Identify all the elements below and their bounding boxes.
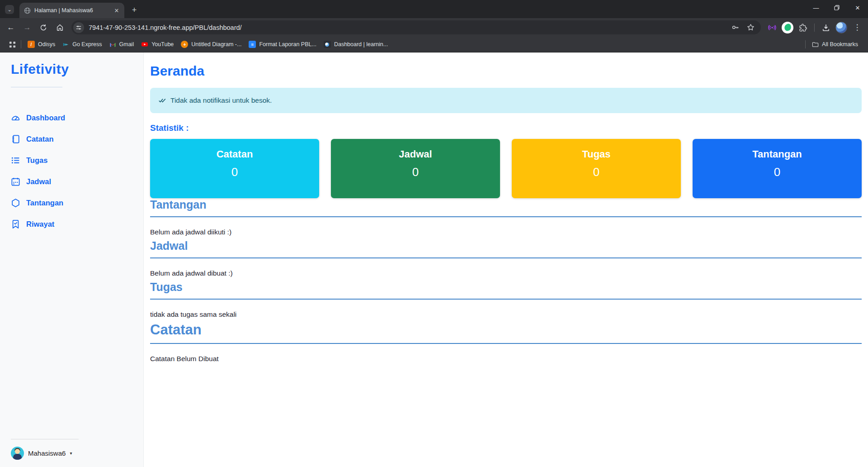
bookmark-label: Format Laporan PBL... bbox=[259, 41, 316, 48]
sidebar-item-label: Jadwal bbox=[26, 177, 51, 186]
section-empty-text: tidak ada tugas sama sekali bbox=[150, 310, 862, 319]
bookmarks-separator bbox=[21, 40, 21, 48]
brand-divider bbox=[11, 87, 62, 87]
bookmark-untitled-diagram[interactable]: + Untitled Diagram -... bbox=[177, 39, 245, 50]
extensions-puzzle-icon[interactable] bbox=[796, 21, 810, 34]
stat-card-value: 0 bbox=[150, 165, 319, 179]
globe-favicon-icon bbox=[24, 7, 31, 14]
user-menu[interactable]: Mahasiswa6 ▾ bbox=[11, 447, 143, 460]
bookmark-label: Odisys bbox=[38, 41, 55, 48]
section-empty-text: Catatan Belum Dibuat bbox=[150, 355, 862, 363]
learning-favicon-icon bbox=[324, 41, 331, 48]
bookmark-check-icon bbox=[11, 219, 20, 229]
bookmark-format-laporan[interactable]: ≡ Format Laporan PBL... bbox=[245, 39, 320, 50]
page-title: Beranda bbox=[150, 63, 862, 79]
bookmark-dashboard-learning[interactable]: Dashboard | learnin... bbox=[320, 39, 392, 50]
section-jadwal: Jadwal Belum ada jadwal dibuat :) bbox=[150, 239, 862, 277]
sidebar-item-jadwal[interactable]: Jadwal bbox=[11, 171, 143, 192]
bookmark-odisys[interactable]: / Odisys bbox=[24, 39, 59, 50]
sidebar-item-tantangan[interactable]: Tantangan bbox=[11, 192, 143, 214]
home-icon[interactable] bbox=[52, 20, 67, 35]
stat-card-catatan[interactable]: Catatan 0 bbox=[150, 139, 319, 198]
sidebar-item-label: Riwayat bbox=[26, 220, 54, 229]
window-controls: — ✕ bbox=[806, 0, 868, 15]
mascot-extension-icon[interactable] bbox=[781, 21, 794, 34]
user-divider bbox=[11, 439, 79, 439]
section-title: Tantangan bbox=[150, 198, 862, 211]
sidebar-item-catatan[interactable]: Catatan bbox=[11, 129, 143, 150]
toolbar-separator bbox=[814, 24, 815, 32]
go-express-favicon-icon bbox=[62, 41, 69, 48]
calendar-icon bbox=[11, 177, 20, 186]
reload-icon[interactable] bbox=[36, 20, 51, 35]
section-divider bbox=[150, 343, 862, 344]
broadcast-extension-icon[interactable] bbox=[765, 21, 779, 34]
tab-title: Halaman | Mahasiswa6 bbox=[34, 7, 109, 14]
user-name: Mahasiswa6 bbox=[28, 449, 66, 457]
section-catatan: Catatan Catatan Belum Dibuat bbox=[150, 322, 862, 363]
downloads-icon[interactable] bbox=[819, 21, 833, 34]
bookmark-star-icon[interactable] bbox=[745, 22, 756, 33]
stat-card-label: Catatan bbox=[150, 148, 319, 160]
bookmark-label: Untitled Diagram -... bbox=[191, 41, 241, 48]
sidebar-item-riwayat[interactable]: Riwayat bbox=[11, 214, 143, 235]
section-divider bbox=[150, 216, 862, 217]
password-key-icon[interactable] bbox=[729, 22, 741, 33]
notification-text: Tidak ada notifikasi untuk besok. bbox=[170, 96, 272, 105]
brand-logo: Lifetivity bbox=[11, 62, 143, 77]
stat-card-label: Tantangan bbox=[693, 148, 862, 160]
hexagon-icon bbox=[11, 198, 20, 208]
forward-icon[interactable]: → bbox=[20, 20, 34, 35]
stat-card-value: 0 bbox=[693, 165, 862, 179]
section-empty-text: Belum ada jadwal dibuat :) bbox=[150, 269, 862, 277]
tab-close-icon[interactable]: ✕ bbox=[113, 6, 121, 14]
window-restore-button[interactable] bbox=[826, 0, 847, 15]
section-title: Tugas bbox=[150, 281, 862, 294]
tab-search-chevron-icon[interactable]: ⌄ bbox=[5, 5, 14, 14]
stat-cards: Catatan 0 Jadwal 0 Tugas 0 Tantangan 0 bbox=[150, 139, 862, 198]
notification-alert: Tidak ada notifikasi untuk besok. bbox=[150, 88, 862, 113]
bookmark-label: YouTube bbox=[151, 41, 174, 48]
bookmarks-right-separator bbox=[805, 40, 806, 48]
url-text[interactable]: 7941-47-90-253-141.ngrok-free.app/PBL/da… bbox=[89, 24, 726, 31]
stat-card-jadwal[interactable]: Jadwal 0 bbox=[331, 139, 500, 198]
browser-toolbar: ← → 7941-47-90-253-141.ngrok-free.app/PB… bbox=[0, 18, 868, 37]
bookmark-go-express[interactable]: Go Express bbox=[59, 39, 105, 50]
site-settings-icon[interactable] bbox=[73, 22, 84, 33]
window-close-button[interactable]: ✕ bbox=[847, 0, 868, 15]
main-content: Beranda Tidak ada notifikasi untuk besok… bbox=[144, 52, 868, 467]
profile-avatar[interactable] bbox=[835, 21, 848, 34]
menu-kebab-icon[interactable]: ⋮ bbox=[850, 20, 864, 35]
gmail-favicon-icon bbox=[109, 41, 116, 48]
apps-grid-icon[interactable] bbox=[6, 38, 18, 50]
sidebar: Lifetivity Dashboard Catatan Tugas Jadwa… bbox=[0, 52, 144, 467]
check-all-icon bbox=[158, 96, 166, 105]
sidebar-item-dashboard[interactable]: Dashboard bbox=[11, 107, 143, 129]
stat-card-tantangan[interactable]: Tantangan 0 bbox=[693, 139, 862, 198]
section-divider bbox=[150, 257, 862, 258]
bookmark-label: Dashboard | learnin... bbox=[334, 41, 388, 48]
section-tantangan: Tantangan Belum ada jadwal diikuti :) bbox=[150, 198, 862, 236]
chevron-down-icon: ▾ bbox=[70, 451, 72, 456]
drawio-favicon-icon: + bbox=[181, 41, 188, 48]
back-icon[interactable]: ← bbox=[4, 20, 18, 35]
speedometer-icon bbox=[11, 113, 20, 123]
bookmark-label: Go Express bbox=[72, 41, 102, 48]
tab-strip: ⌄ Halaman | Mahasiswa6 ✕ + — ✕ bbox=[0, 0, 868, 18]
all-bookmarks-label: All Bookmarks bbox=[822, 41, 858, 48]
user-avatar bbox=[11, 447, 24, 460]
bookmark-youtube[interactable]: YouTube bbox=[137, 39, 177, 50]
stat-card-label: Tugas bbox=[512, 148, 681, 160]
window-minimize-button[interactable]: — bbox=[806, 0, 826, 15]
sidebar-item-label: Tantangan bbox=[26, 199, 63, 207]
section-divider bbox=[150, 299, 862, 300]
new-tab-button[interactable]: + bbox=[128, 4, 141, 16]
stat-card-tugas[interactable]: Tugas 0 bbox=[512, 139, 681, 198]
url-bar[interactable]: 7941-47-90-253-141.ngrok-free.app/PBL/da… bbox=[71, 20, 761, 34]
browser-tab[interactable]: Halaman | Mahasiswa6 ✕ bbox=[19, 3, 124, 18]
bookmark-gmail[interactable]: Gmail bbox=[106, 39, 138, 50]
folder-icon bbox=[812, 41, 819, 48]
stats-label: Statistik : bbox=[150, 123, 862, 133]
sidebar-item-tugas[interactable]: Tugas bbox=[11, 150, 143, 171]
all-bookmarks-button[interactable]: All Bookmarks bbox=[808, 39, 862, 50]
